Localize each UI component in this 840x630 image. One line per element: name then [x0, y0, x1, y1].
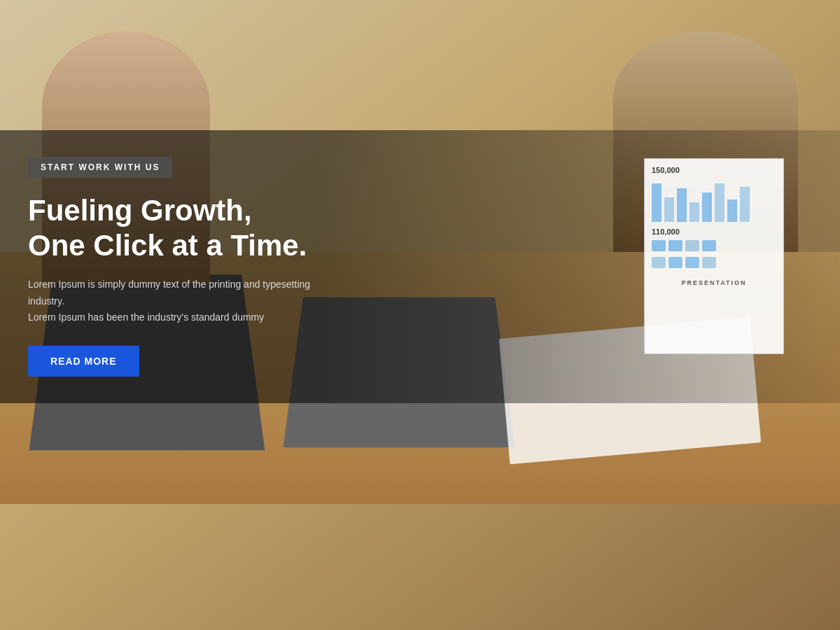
board-subtext: PRESENTATION [652, 279, 776, 286]
project-image-3 [560, 538, 826, 630]
bar-6 [715, 183, 724, 222]
hero-content: START WORK WITH US Fueling Growth, One C… [0, 130, 406, 403]
board-sticky-notes-2 [652, 257, 776, 268]
bar-3 [677, 188, 687, 222]
board-chart [652, 180, 776, 222]
hero-title: Fueling Growth, One Click at a Time. [28, 193, 378, 264]
read-more-button[interactable]: READ MORE [28, 346, 139, 377]
bar-4 [690, 202, 699, 222]
projects-grid [14, 538, 826, 630]
projects-section: Our Featured Projects Lorem Ipsum is sim… [0, 403, 840, 630]
bar-2 [664, 197, 674, 222]
bar-1 [652, 183, 662, 222]
project-card-3[interactable] [560, 538, 826, 630]
presentation-board: 150,000 110,000 PRESENTATION [644, 158, 784, 354]
board-value-2: 110,000 [652, 227, 776, 236]
board-sticky-notes [652, 240, 776, 251]
board-value-1: 150,000 [652, 166, 776, 174]
hero-section: 150,000 110,000 PRESENTATION START W [0, 130, 840, 403]
bar-8 [740, 187, 750, 222]
hero-badge: START WORK WITH US [28, 157, 172, 178]
hero-description: Lorem Ipsum is simply dummy text of the … [28, 276, 336, 326]
bar-5 [702, 192, 712, 222]
bar-7 [727, 200, 737, 222]
